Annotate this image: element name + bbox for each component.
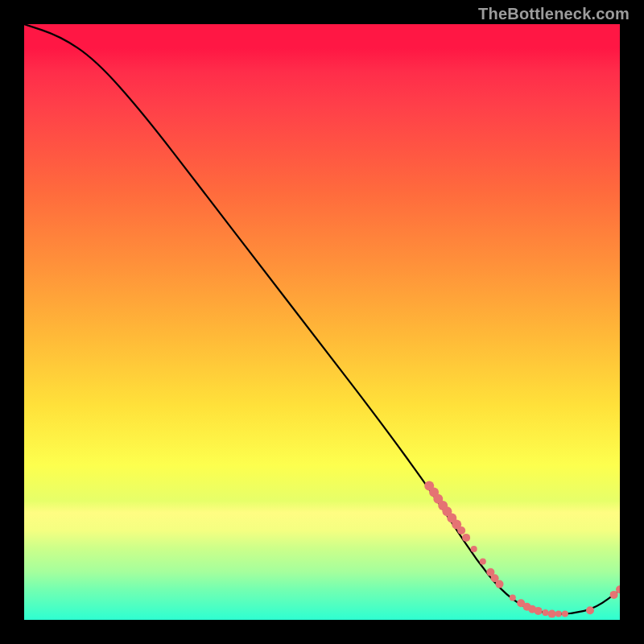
data-points-group — [424, 481, 620, 618]
watermark-text: TheBottleneck.com — [478, 5, 630, 23]
data-point — [510, 595, 516, 601]
data-point — [471, 546, 477, 552]
data-point — [496, 580, 504, 588]
data-point — [480, 559, 486, 565]
data-point — [462, 534, 470, 542]
data-point — [555, 611, 562, 617]
data-point — [543, 609, 549, 616]
data-point — [548, 610, 556, 618]
chart-stage: TheBottleneck.com — [0, 0, 644, 644]
data-point — [457, 526, 465, 535]
plot-area — [24, 24, 620, 620]
data-point — [535, 607, 543, 615]
dot-layer — [24, 24, 620, 620]
data-point — [586, 606, 594, 614]
data-point — [562, 611, 568, 617]
